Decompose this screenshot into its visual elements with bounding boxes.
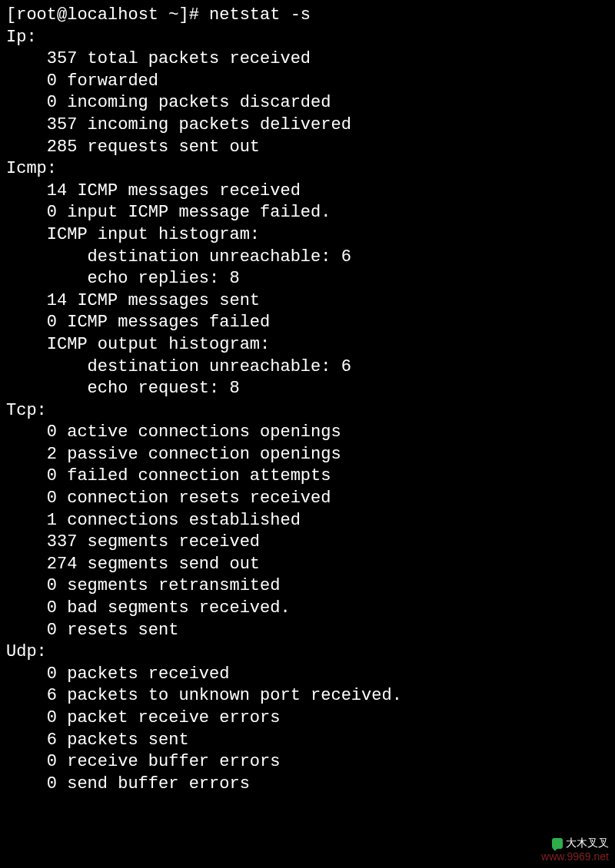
tcp-passive: 2 passive connection openings — [6, 444, 609, 466]
tcp-established: 1 connections established — [6, 510, 609, 532]
tcp-header: Tcp: — [6, 400, 609, 422]
tcp-active: 0 active connections openings — [6, 422, 609, 444]
tcp-resets-sent: 0 resets sent — [6, 620, 609, 642]
icmp-hist-out-echo: echo request: 8 — [6, 378, 609, 400]
udp-header: Udp: — [6, 641, 609, 664]
icmp-hist-out-dest: destination unreachable: 6 — [6, 356, 609, 379]
prompt-line[interactable]: [root@localhost ~]# netstat -s — [6, 5, 609, 27]
tcp-seg-recv: 337 segments received — [6, 532, 609, 554]
udp-unknown: 6 packets to unknown port received. — [6, 685, 609, 707]
icmp-hist-in-echo: echo replies: 8 — [6, 268, 609, 290]
ip-header: Ip: — [6, 27, 609, 49]
tcp-seg-sent: 274 segments send out — [6, 554, 609, 576]
udp-buf-recv: 0 receive buffer errors — [6, 751, 609, 774]
ip-requests: 285 requests sent out — [6, 137, 609, 159]
icmp-header: Icmp: — [6, 158, 609, 181]
udp-errors: 0 packet receive errors — [6, 707, 609, 730]
icmp-sent: 14 ICMP messages sent — [6, 290, 609, 313]
icmp-failed-out: 0 ICMP messages failed — [6, 312, 609, 334]
tcp-failed: 0 failed connection attempts — [6, 465, 609, 488]
icmp-failed-in: 0 input ICMP message failed. — [6, 202, 609, 224]
tcp-bad: 0 bad segments received. — [6, 598, 609, 620]
ip-delivered: 357 incoming packets delivered — [6, 114, 609, 137]
ip-total: 357 total packets received — [6, 48, 609, 71]
udp-buf-send: 0 send buffer errors — [6, 774, 609, 796]
ip-discarded: 0 incoming packets discarded — [6, 92, 609, 114]
icmp-hist-in-title: ICMP input histogram: — [6, 224, 609, 247]
tcp-retrans: 0 segments retransmited — [6, 575, 609, 598]
udp-sent: 6 packets sent — [6, 730, 609, 752]
udp-recv: 0 packets received — [6, 664, 609, 686]
icmp-hist-out-title: ICMP output histogram: — [6, 334, 609, 356]
icmp-received: 14 ICMP messages received — [6, 181, 609, 203]
tcp-resets-recv: 0 connection resets received — [6, 488, 609, 510]
ip-forwarded: 0 forwarded — [6, 71, 609, 93]
icmp-hist-in-dest: destination unreachable: 6 — [6, 247, 609, 269]
